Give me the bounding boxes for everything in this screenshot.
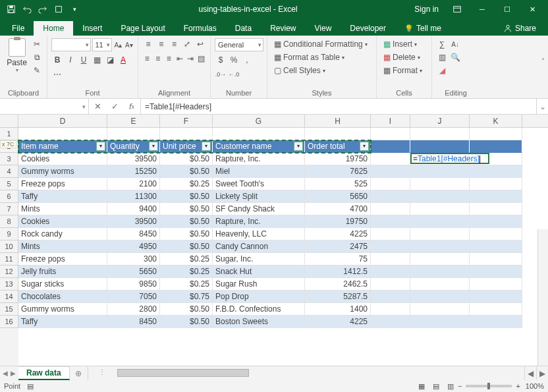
cell[interactable] <box>213 128 305 140</box>
cut-button[interactable]: ✂ <box>31 38 43 50</box>
zoom-out-button[interactable]: − <box>458 382 462 390</box>
expand-formula-button[interactable]: ⌄ <box>536 99 548 114</box>
cell[interactable] <box>371 215 410 228</box>
cell[interactable]: $0.50 <box>160 303 213 316</box>
cell[interactable] <box>371 153 410 165</box>
cell[interactable]: 2475 <box>305 240 371 253</box>
cell[interactable] <box>470 303 522 316</box>
cell[interactable]: $0.50 <box>160 203 213 215</box>
cell[interactable]: 8450 <box>107 316 160 328</box>
cell[interactable]: 5287.5 <box>305 291 371 303</box>
cell[interactable]: Freeze pops <box>18 253 107 266</box>
cell[interactable] <box>371 165 410 178</box>
cell[interactable] <box>371 316 410 328</box>
cell[interactable]: Snack Hut <box>213 266 305 278</box>
column-header[interactable]: K <box>470 115 522 127</box>
cell[interactable] <box>470 266 522 278</box>
fill-button[interactable]: ▥ <box>436 51 448 63</box>
cell[interactable]: Boston Sweets <box>213 316 305 328</box>
column-header[interactable]: D <box>18 115 107 127</box>
tab-developer[interactable]: Developer <box>341 21 395 36</box>
cell[interactable]: $0.50 <box>160 240 213 253</box>
tab-page-layout[interactable]: Page Layout <box>111 21 174 36</box>
cell[interactable]: 1412.5 <box>305 266 371 278</box>
cell[interactable]: $0.25 <box>160 253 213 266</box>
decrease-font-button[interactable]: A▾ <box>124 39 134 51</box>
maximize-button[interactable]: ☐ <box>495 0 519 18</box>
cell[interactable]: Freeze pops <box>18 178 107 190</box>
cell[interactable] <box>305 128 371 140</box>
cell[interactable]: Chocolates <box>18 291 107 303</box>
cell[interactable] <box>470 215 522 228</box>
row-header[interactable]: 13 <box>0 278 18 291</box>
cell[interactable]: 75 <box>305 253 371 266</box>
cell[interactable]: 2100 <box>107 178 160 190</box>
copy-button[interactable]: ⧉ <box>31 51 43 63</box>
cell[interactable]: $0.25 <box>160 178 213 190</box>
cell[interactable]: Miel <box>213 165 305 178</box>
cell[interactable]: Rapture, Inc. <box>213 153 305 165</box>
increase-indent-button[interactable]: ⇥ <box>186 53 196 65</box>
cell[interactable]: Mints <box>18 240 107 253</box>
cell[interactable]: Rock candy <box>18 228 107 240</box>
qat-extra-button[interactable] <box>51 2 66 16</box>
cell[interactable] <box>107 128 160 140</box>
cell[interactable] <box>160 128 213 140</box>
close-button[interactable]: ✕ <box>520 0 544 18</box>
font-name-combo[interactable] <box>51 38 91 51</box>
zoom-in-button[interactable]: + <box>516 382 520 390</box>
align-center-button[interactable]: ≡ <box>153 53 163 65</box>
border-button[interactable]: ▦ <box>91 54 103 66</box>
cell[interactable]: 8450 <box>107 228 160 240</box>
cell[interactable] <box>371 266 410 278</box>
cell[interactable]: Mints <box>18 203 107 215</box>
align-middle-button[interactable]: ≡ <box>155 38 167 50</box>
column-header[interactable]: E <box>107 115 160 127</box>
cell[interactable] <box>410 266 470 278</box>
formula-input[interactable]: =Table1[#Headers] <box>141 99 536 114</box>
percent-button[interactable]: % <box>228 54 240 66</box>
share-button[interactable]: Share <box>494 21 545 36</box>
cell[interactable]: Rapture, Inc. <box>213 215 305 228</box>
cell[interactable] <box>371 278 410 291</box>
cell[interactable]: Lickety Split <box>213 190 305 203</box>
cell[interactable]: $0.50 <box>160 190 213 203</box>
cell[interactable] <box>470 316 522 328</box>
cell[interactable] <box>371 190 410 203</box>
clear-button[interactable]: ◢ <box>436 65 448 76</box>
cell[interactable]: $0.50 <box>160 165 213 178</box>
tab-review[interactable]: Review <box>261 21 305 36</box>
redo-button[interactable] <box>36 2 50 16</box>
cell[interactable]: $0.50 <box>160 316 213 328</box>
cell[interactable] <box>470 190 522 203</box>
cell[interactable]: F.B.D. Confections <box>213 303 305 316</box>
cell[interactable]: 19750 <box>305 215 371 228</box>
minimize-button[interactable]: ─ <box>470 0 494 18</box>
cell[interactable] <box>410 291 470 303</box>
tab-file[interactable]: File <box>3 21 34 36</box>
cell[interactable]: $0.50 <box>160 215 213 228</box>
cell[interactable] <box>470 291 522 303</box>
new-sheet-button[interactable]: ⊕ <box>70 366 88 380</box>
delete-cells-button[interactable]: ▦Delete▾ <box>381 51 427 63</box>
row-header[interactable]: 11 <box>0 253 18 266</box>
cell[interactable]: 19750 <box>305 153 371 165</box>
tab-insert[interactable]: Insert <box>73 21 111 36</box>
insert-function-button[interactable]: fx <box>123 101 140 111</box>
tab-tellme[interactable]: Tell me <box>395 21 451 36</box>
hscroll-left-button[interactable]: ◀ <box>524 366 536 380</box>
collapse-ribbon-button[interactable]: ˄ <box>537 55 548 66</box>
active-cell-editor[interactable]: =Table1[#Headers]| <box>410 153 489 164</box>
underline-button[interactable]: U <box>78 54 90 66</box>
cell[interactable]: Jelly fruits <box>18 266 107 278</box>
cell[interactable]: 2462.5 <box>305 278 371 291</box>
cell[interactable] <box>410 215 470 228</box>
align-bottom-button[interactable]: ≡ <box>169 38 180 50</box>
row-header[interactable]: 6 <box>0 190 18 203</box>
column-header[interactable]: J <box>410 115 470 127</box>
cell[interactable]: Cookies <box>18 215 107 228</box>
more-font-button[interactable]: ⋯ <box>51 69 63 80</box>
cell[interactable]: Gummy worms <box>18 303 107 316</box>
row-header[interactable]: 9 <box>0 228 18 240</box>
table-header-cell[interactable]: Quantity▾ <box>107 140 160 153</box>
